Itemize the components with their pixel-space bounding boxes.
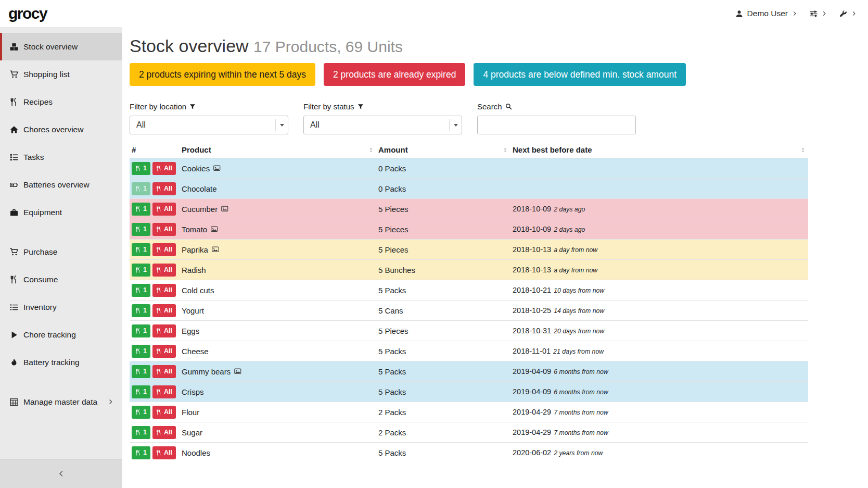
consume-all-button[interactable]: All <box>152 284 176 297</box>
stock-alert-danger-button[interactable]: 2 products are already expired <box>324 63 465 86</box>
sort-icon[interactable] <box>502 147 508 153</box>
consume-all-button[interactable]: All <box>152 223 176 236</box>
consume-one-button[interactable]: 1 <box>132 446 150 459</box>
best-before-date: 2018-11-01 <box>513 347 551 355</box>
utensils-icon <box>8 98 19 106</box>
relative-time: a day from now <box>554 246 597 254</box>
consume-all-button[interactable]: All <box>152 182 176 195</box>
sidebar-item-stock-overview[interactable]: Stock overview <box>0 33 122 60</box>
product-name: Chocolate <box>180 179 376 199</box>
sidebar-item-tasks[interactable]: Tasks <box>0 143 122 171</box>
product-amount: 5 Pieces <box>376 219 510 240</box>
utensils-icon <box>156 287 162 293</box>
sort-icon[interactable] <box>368 147 374 153</box>
relative-time: 6 months from now <box>554 389 608 396</box>
search-input[interactable] <box>477 116 636 134</box>
sidebar-item-purchase[interactable]: Purchase <box>0 238 122 266</box>
stock-alert-info-button[interactable]: 4 products are below defined min. stock … <box>474 63 686 86</box>
consume-one-button[interactable]: 1 <box>132 324 150 337</box>
consume-one-button[interactable]: 1 <box>132 182 150 195</box>
sidebar-item-label: Manage master data <box>23 397 97 407</box>
admin-menu[interactable] <box>839 10 857 18</box>
consume-all-button[interactable]: All <box>152 426 176 439</box>
stock-row: 1AllEggs5 Pieces2018-10-3120 days from n… <box>130 321 808 341</box>
consume-one-button[interactable]: 1 <box>132 162 150 175</box>
product-name: Radish <box>180 260 376 280</box>
consume-all-button[interactable]: All <box>152 264 176 277</box>
sidebar-item-inventory[interactable]: Inventory <box>0 293 122 321</box>
sidebar-item-batteries-overview[interactable]: Batteries overview <box>0 171 122 198</box>
utensils-icon <box>135 389 141 395</box>
product-amount: 5 Packs <box>376 341 510 361</box>
product-amount: 5 Cans <box>376 301 510 321</box>
sort-icon[interactable] <box>800 147 806 153</box>
sidebar-item-label: Tasks <box>23 153 44 162</box>
utensils-icon <box>156 450 162 456</box>
status-filter-select[interactable]: All <box>303 116 462 134</box>
location-filter-label: Filter by location <box>130 102 288 111</box>
consume-all-button[interactable]: All <box>152 203 176 216</box>
stock-row: 1AllCheese5 Packs2018-11-0121 days from … <box>130 341 808 361</box>
sidebar-item-recipes[interactable]: Recipes <box>0 88 122 116</box>
consume-all-button[interactable]: All <box>152 385 176 398</box>
utensils-icon <box>156 430 162 435</box>
consume-one-button[interactable]: 1 <box>132 385 150 398</box>
column-header-amount[interactable]: Amount <box>376 142 510 158</box>
best-before-date: 2018-10-21 <box>513 286 551 294</box>
top-bar: grocy Demo User <box>0 0 868 27</box>
sidebar-item-chore-tracking[interactable]: Chore tracking <box>0 321 122 348</box>
column-header-product[interactable]: Product <box>180 142 376 158</box>
sidebar-item-consume[interactable]: Consume <box>0 266 122 293</box>
sidebar-item-battery-tracking[interactable]: Battery tracking <box>0 348 122 376</box>
consume-one-button[interactable]: 1 <box>132 223 150 236</box>
utensils-icon <box>135 308 141 314</box>
consume-all-button[interactable]: All <box>152 345 176 358</box>
consume-one-button[interactable]: 1 <box>132 345 150 358</box>
sidebar-collapse-button[interactable] <box>0 459 122 488</box>
user-menu[interactable]: Demo User <box>735 9 797 18</box>
shopping-cart-icon <box>8 248 19 256</box>
consume-one-button[interactable]: 1 <box>132 203 150 216</box>
best-before-date: 2019-04-29 <box>513 408 551 416</box>
page-subtitle: 17 Products, 69 Units <box>253 38 403 55</box>
best-before-date: 2018-10-09 <box>513 205 551 213</box>
utensils-icon <box>135 247 141 253</box>
consume-all-button[interactable]: All <box>152 406 176 419</box>
consume-all-button[interactable]: All <box>152 162 176 175</box>
relative-time: a day from now <box>554 267 597 274</box>
consume-one-button[interactable]: 1 <box>132 406 150 419</box>
product-amount: 5 Pieces <box>376 199 510 219</box>
location-filter-select[interactable]: All <box>130 116 288 134</box>
consume-one-button[interactable]: 1 <box>132 284 150 297</box>
settings-menu[interactable] <box>810 10 827 18</box>
stock-row: 1AllRadish5 Bunches2018-10-13a day from … <box>130 260 808 280</box>
sidebar-nav: Stock overviewShopping listRecipesChores… <box>0 27 122 416</box>
product-name: Cheese <box>180 341 376 361</box>
sidebar-item-equipment[interactable]: Equipment <box>0 198 122 226</box>
relative-time: 10 days from now <box>554 287 604 294</box>
consume-all-button[interactable]: All <box>152 324 176 337</box>
sidebar-item-manage-master-data[interactable]: Manage master data <box>0 388 122 416</box>
consume-all-button[interactable]: All <box>152 365 176 378</box>
relative-time: 7 months from now <box>554 429 608 436</box>
utensils-icon <box>135 166 141 171</box>
stock-row: 1AllSugar2 Packs2019-04-297 months from … <box>130 422 808 443</box>
sidebar-item-chores-overview[interactable]: Chores overview <box>0 116 122 143</box>
sidebar-item-label: Batteries overview <box>23 180 90 190</box>
consume-one-button[interactable]: 1 <box>132 243 150 256</box>
sidebar-item-shopping-list[interactable]: Shopping list <box>0 60 122 88</box>
battery-icon <box>8 181 19 189</box>
stock-row: 1AllFlour2 Packs2019-04-297 months from … <box>130 402 808 422</box>
consume-all-button[interactable]: All <box>152 243 176 256</box>
column-header-date[interactable]: Next best before date <box>510 142 808 158</box>
consume-all-button[interactable]: All <box>152 304 176 317</box>
consume-one-button[interactable]: 1 <box>132 264 150 277</box>
consume-all-button[interactable]: All <box>152 446 176 459</box>
consume-one-button[interactable]: 1 <box>132 426 150 439</box>
relative-time: 6 months from now <box>554 368 608 376</box>
consume-one-button[interactable]: 1 <box>132 304 150 317</box>
consume-one-button[interactable]: 1 <box>132 365 150 378</box>
stock-alert-warning-button[interactable]: 2 products expiring within the next 5 da… <box>130 63 315 86</box>
user-icon <box>735 10 743 18</box>
chevron-right-icon <box>851 11 857 16</box>
